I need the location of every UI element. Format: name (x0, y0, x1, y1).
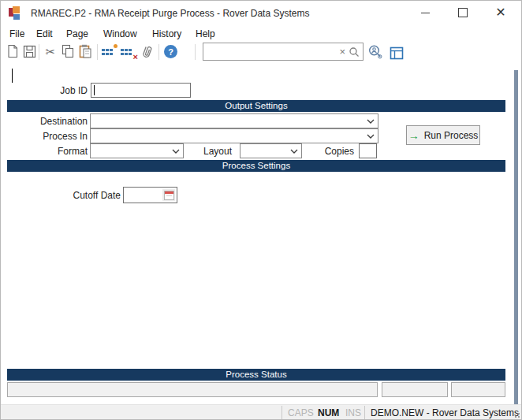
vertical-scrollbar[interactable] (514, 70, 518, 404)
toolbar-separator (97, 44, 98, 60)
job-id-label: Job ID (9, 85, 88, 96)
toolbar-separator (158, 44, 159, 60)
status-count-field (382, 382, 448, 397)
session-label: DEMO.NEW - Rover Data Systems (371, 407, 519, 418)
paste-button[interactable] (76, 43, 94, 60)
search-clear-icon[interactable]: × (336, 46, 349, 58)
toolbar-separator (195, 44, 196, 60)
cut-button[interactable]: ✂ (42, 43, 59, 60)
process-settings-header: Process Settings (7, 160, 505, 172)
input-caret (94, 85, 95, 95)
run-arrow-icon: → (408, 130, 419, 141)
menu-page[interactable]: Page (63, 26, 91, 42)
calendar-icon (164, 191, 174, 200)
menu-window[interactable]: Window (100, 26, 140, 42)
layout-view-button[interactable] (388, 44, 405, 61)
num-lock-indicator: NUM (318, 407, 339, 418)
delete-row-button[interactable]: × (119, 43, 136, 60)
menu-history[interactable]: History (149, 26, 185, 42)
chevron-down-icon (367, 134, 375, 139)
menu-edit[interactable]: Edit (33, 26, 56, 42)
insert-row-icon (102, 46, 116, 57)
process-in-select[interactable] (90, 128, 378, 143)
new-document-icon (6, 44, 19, 58)
window-title: RMAREC.P2 - RMA Receipt Purge Process - … (31, 8, 309, 19)
status-time-field (451, 382, 505, 397)
close-button[interactable]: ✕ (489, 4, 513, 21)
insert-mode-indicator: INS (345, 407, 361, 418)
maximize-button[interactable] (451, 4, 475, 21)
magnifier-person-icon (367, 44, 383, 60)
layout-label: Layout (153, 146, 232, 157)
resize-grip[interactable] (513, 411, 520, 418)
text-cursor (12, 69, 13, 83)
destination-label: Destination (9, 116, 88, 127)
output-settings-header: Output Settings (7, 100, 505, 112)
search-input[interactable] (203, 45, 336, 58)
save-button[interactable] (21, 43, 38, 60)
app-window: RMAREC.P2 - RMA Receipt Purge Process - … (0, 0, 522, 420)
cut-icon: ✂ (46, 46, 56, 58)
attachment-button[interactable] (138, 43, 155, 60)
process-in-label: Process In (9, 131, 88, 142)
statusbar-separator (364, 406, 365, 420)
destination-select[interactable] (90, 113, 378, 128)
close-icon: ✕ (495, 6, 505, 19)
caps-lock-indicator: CAPS (288, 407, 314, 418)
paperclip-icon (140, 44, 154, 59)
minimize-button[interactable] (413, 4, 437, 21)
run-process-button[interactable]: → Run Process (406, 125, 480, 145)
statusbar-separator (282, 406, 282, 420)
process-status-header: Process Status (7, 369, 505, 381)
minimize-icon (421, 13, 430, 13)
job-id-input[interactable] (91, 83, 191, 98)
paste-icon (79, 44, 91, 58)
status-message-field (7, 382, 378, 397)
window-panes-icon (390, 46, 404, 60)
app-icon (9, 6, 21, 20)
cutoff-date-label: Cutoff Date (42, 190, 121, 201)
insert-row-button[interactable] (100, 43, 117, 60)
cutoff-date-input[interactable] (123, 187, 177, 203)
chevron-down-icon (367, 119, 375, 124)
copy-icon (62, 44, 75, 58)
record-lookup-button[interactable] (367, 43, 384, 61)
calendar-picker-button[interactable] (162, 189, 175, 201)
copies-input[interactable] (359, 143, 377, 158)
new-document-button[interactable] (4, 43, 21, 60)
format-label: Format (9, 146, 88, 157)
search-icon[interactable] (349, 46, 360, 58)
run-process-label: Run Process (424, 130, 479, 141)
maximize-icon (458, 8, 468, 17)
copies-label: Copies (275, 146, 354, 157)
help-button[interactable]: ? (164, 45, 177, 58)
toolbar-separator (39, 44, 39, 60)
delete-row-icon: × (121, 46, 135, 57)
copy-button[interactable] (59, 43, 76, 60)
help-icon: ? (168, 47, 173, 57)
menu-file[interactable]: File (6, 26, 28, 42)
status-bar: CAPS NUM INS DEMO.NEW - Rover Data Syste… (1, 404, 521, 420)
menu-help[interactable]: Help (192, 26, 218, 42)
toolbar-search: × (203, 43, 364, 61)
save-icon (23, 45, 36, 58)
